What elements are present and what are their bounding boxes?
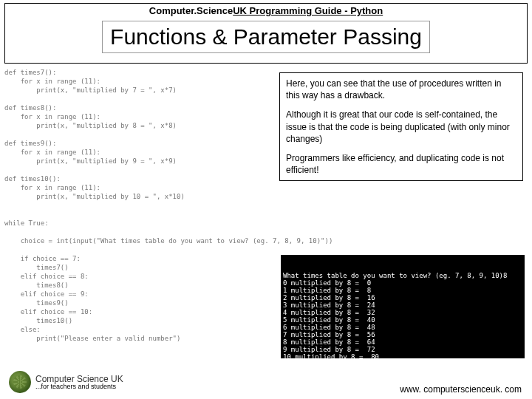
footer-url: www. computerscienceuk. com	[400, 384, 522, 395]
logo-text: Computer Science UK ...for teachers and …	[35, 375, 123, 390]
code-text: def times7(): for x in range (11): print…	[4, 68, 248, 343]
logo-brand: Computer Science UK	[35, 375, 123, 383]
main-title: Functions & Parameter Passing	[102, 21, 430, 53]
small-title-mid: UK Programming Guide -	[233, 5, 350, 16]
code-sample: def times7(): for x in range (11): print…	[4, 68, 248, 343]
small-title-right: Python	[350, 5, 383, 16]
main-title-wrap: Functions & Parameter Passing	[5, 16, 527, 53]
terminal-text: What times table do you want to view? (e…	[283, 272, 522, 358]
small-title: Computer.ScienceUK Programming Guide - P…	[5, 4, 527, 16]
brand-logo: Computer Science UK ...for teachers and …	[9, 371, 123, 393]
explanation-p1: Here, you can see that the use of proced…	[286, 78, 516, 101]
terminal-output: What times table do you want to view? (e…	[281, 255, 525, 358]
globe-icon	[9, 371, 31, 393]
explanation-p3: Programmers like efficiency, and duplica…	[286, 152, 516, 176]
small-title-left: Computer.Science	[149, 5, 233, 16]
explanation-p2: Although it is great that our code is se…	[286, 109, 516, 145]
explanation-box: Here, you can see that the use of proced…	[279, 72, 523, 181]
header-frame: Computer.ScienceUK Programming Guide - P…	[4, 3, 528, 64]
logo-tagline: ...for teachers and students	[35, 383, 123, 390]
